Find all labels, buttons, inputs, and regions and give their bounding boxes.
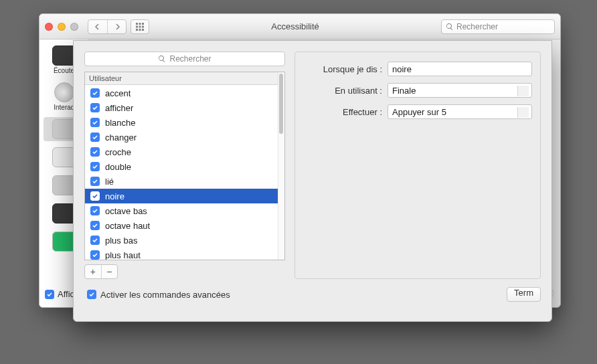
command-row[interactable]: octave haut [85, 218, 278, 233]
svg-rect-4 [139, 25, 141, 27]
command-label: octave haut [105, 221, 150, 231]
while-using-select[interactable]: Finale [388, 83, 532, 98]
commands-pane: Rechercher Utilisateur accentafficherbla… [84, 52, 285, 279]
titlebar-search-input[interactable]: Rechercher [441, 19, 555, 34]
add-remove-group: + − [84, 264, 118, 279]
command-enabled-checkbox[interactable] [90, 147, 100, 157]
svg-rect-5 [142, 25, 144, 27]
command-enabled-checkbox[interactable] [90, 191, 100, 201]
dictation-commands-sheet: Rechercher Utilisateur accentafficherbla… [73, 40, 552, 322]
command-row[interactable]: noire [85, 189, 278, 203]
sidebar-item-label: Interac [54, 104, 74, 111]
svg-rect-6 [136, 29, 138, 31]
commands-list-body[interactable]: accentafficherblanchechangercrochedouble… [85, 86, 278, 260]
while-using-label: En utilisant : [303, 86, 382, 96]
command-enabled-checkbox[interactable] [90, 177, 100, 186]
close-window-button[interactable] [45, 23, 53, 31]
command-row[interactable]: accent [85, 86, 278, 100]
commands-search-input[interactable]: Rechercher [84, 52, 285, 66]
command-enabled-checkbox[interactable] [90, 118, 100, 127]
command-row[interactable]: afficher [85, 100, 278, 115]
svg-rect-8 [142, 29, 144, 31]
show-in-menubar-checkbox[interactable] [45, 290, 54, 299]
command-row[interactable]: changer [85, 130, 278, 145]
command-label: afficher [105, 103, 133, 113]
command-enabled-checkbox[interactable] [90, 250, 100, 260]
titlebar-search-placeholder: Rechercher [456, 22, 498, 31]
nav-back-forward [88, 19, 126, 34]
command-label: noire [105, 191, 124, 201]
show-in-menubar-label: Affic [58, 289, 74, 299]
command-row[interactable]: blanche [85, 115, 278, 130]
remove-command-button[interactable]: − [101, 265, 118, 278]
nav-back-button[interactable] [88, 20, 107, 33]
command-row[interactable]: plus bas [85, 233, 278, 248]
commands-list-header: Utilisateur [85, 72, 284, 85]
window-title: Accessibilité [153, 21, 437, 31]
command-enabled-checkbox[interactable] [90, 88, 100, 98]
svg-rect-7 [139, 29, 141, 31]
enable-advanced-label: Activer les commandes avancées [100, 290, 230, 300]
command-label: plus haut [105, 250, 141, 260]
show-in-menubar-row: Affic [45, 289, 74, 299]
command-label: blanche [105, 118, 136, 128]
command-enabled-checkbox[interactable] [90, 162, 100, 171]
command-enabled-checkbox[interactable] [90, 206, 100, 215]
traffic-lights [45, 23, 78, 31]
command-enabled-checkbox[interactable] [90, 103, 100, 112]
search-icon [446, 23, 454, 31]
command-label: lié [105, 177, 114, 187]
sidebar-item-label: Écoute [54, 67, 74, 74]
command-label: changer [105, 132, 137, 143]
search-icon [158, 55, 166, 63]
commands-search-placeholder: Rechercher [169, 54, 211, 64]
svg-rect-0 [136, 23, 138, 25]
when-i-say-input[interactable]: noire [388, 62, 532, 76]
command-row[interactable]: octave bas [85, 203, 278, 218]
svg-rect-1 [139, 23, 141, 25]
audio-icon [54, 82, 74, 102]
done-button[interactable]: Term [507, 287, 541, 302]
command-enabled-checkbox[interactable] [90, 132, 100, 142]
add-command-button[interactable]: + [85, 265, 101, 278]
command-label: accent [105, 88, 131, 98]
perform-label: Effectuer : [303, 107, 382, 117]
command-row[interactable]: plus haut [85, 248, 278, 260]
command-enabled-checkbox[interactable] [90, 221, 100, 230]
commands-scroll-thumb[interactable] [279, 74, 283, 134]
command-detail-pane: Lorsque je dis : noire En utilisant : Fi… [294, 52, 541, 279]
command-row[interactable]: croche [85, 145, 278, 159]
svg-rect-2 [142, 23, 144, 25]
enable-advanced-checkbox[interactable] [87, 290, 96, 299]
command-label: octave bas [105, 206, 147, 216]
zoom-window-button[interactable] [70, 23, 78, 31]
sheet-footer: Activer les commandes avancées Term [84, 287, 541, 302]
command-label: plus bas [105, 236, 137, 246]
commands-list: Utilisateur accentafficherblanchechanger… [84, 72, 285, 260]
commands-scrollbar[interactable] [278, 72, 284, 260]
command-label: croche [105, 147, 131, 157]
command-label: double [105, 162, 131, 172]
when-i-say-label: Lorsque je dis : [303, 64, 382, 74]
command-row[interactable]: double [85, 159, 278, 174]
titlebar: Accessibilité Rechercher [39, 14, 560, 39]
command-enabled-checkbox[interactable] [90, 236, 100, 245]
command-row[interactable]: lié [85, 174, 278, 189]
show-all-button[interactable] [131, 19, 149, 34]
svg-rect-3 [136, 25, 138, 27]
minimize-window-button[interactable] [58, 23, 66, 31]
perform-select[interactable]: Appuyer sur 5 [388, 104, 532, 119]
nav-forward-button[interactable] [107, 20, 126, 33]
